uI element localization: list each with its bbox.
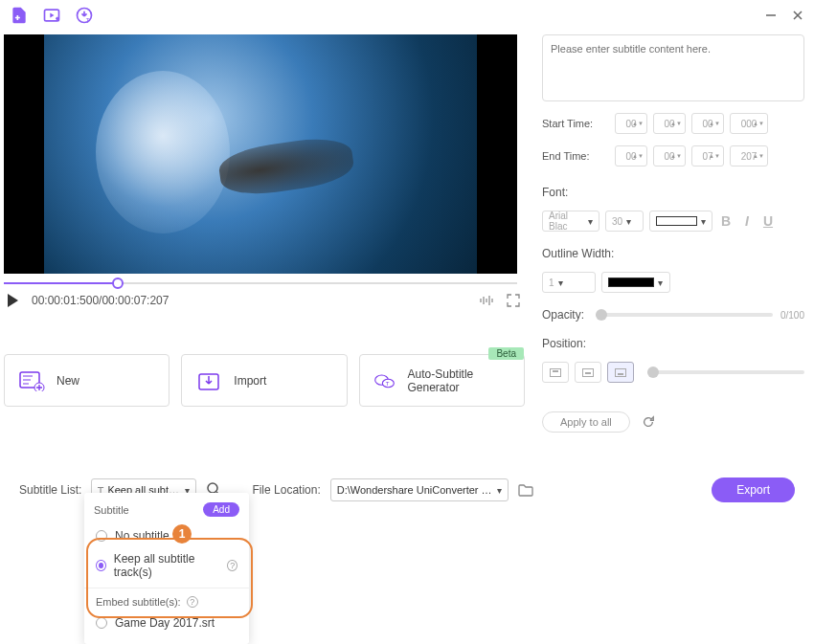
- position-bottom-button[interactable]: [607, 362, 634, 383]
- open-folder-icon[interactable]: [518, 483, 533, 497]
- outline-label: Outline Width:: [542, 247, 804, 260]
- radio-icon: [96, 530, 107, 542]
- font-size-select[interactable]: 30▾: [605, 211, 644, 232]
- svg-text:T: T: [385, 381, 389, 387]
- export-button[interactable]: Export: [712, 477, 795, 502]
- apply-to-all-button[interactable]: Apply to all: [542, 411, 630, 433]
- time-display: 00:00:01:500/00:00:07:207: [32, 294, 169, 307]
- svg-text:T: T: [86, 17, 90, 24]
- opacity-value: 0/100: [780, 310, 804, 321]
- help-icon[interactable]: ?: [187, 596, 198, 608]
- start-hh[interactable]: 00▲▼: [615, 113, 647, 134]
- end-ss[interactable]: 07▲▼: [691, 145, 724, 167]
- end-ms[interactable]: 207▲▼: [730, 145, 768, 167]
- outline-width-select[interactable]: 1▾: [542, 272, 596, 293]
- font-label: Font:: [542, 186, 804, 199]
- embed-file-option[interactable]: Game Day 2017.srt: [84, 611, 249, 634]
- play-button[interactable]: [8, 294, 18, 307]
- subtitle-popup: Subtitle Add No subtitle Keep all subtit…: [84, 493, 249, 644]
- auto-subtitle-label: Auto-Subtitle Generator: [408, 367, 510, 394]
- outline-color-select[interactable]: ▾: [601, 272, 670, 293]
- file-location-select[interactable]: D:\Wondershare UniConverter 13\SubEdte ▾: [330, 478, 509, 501]
- import-label: Import: [234, 374, 266, 388]
- new-subtitle-button[interactable]: New: [4, 354, 170, 407]
- radio-icon: [96, 617, 107, 629]
- refresh-icon[interactable]: [642, 415, 655, 429]
- opacity-label: Opacity:: [542, 308, 588, 322]
- beta-badge: Beta: [488, 347, 524, 360]
- audio-waveform-icon[interactable]: [479, 293, 494, 308]
- position-label: Position:: [542, 337, 804, 350]
- left-column: 00:00:01:500/00:00:07:207 New Import Bet…: [4, 34, 525, 433]
- auto-subtitle-button[interactable]: Beta T Auto-Subtitle Generator: [359, 354, 525, 407]
- auto-subtitle-icon: T: [373, 370, 396, 391]
- no-subtitle-option[interactable]: No subtitle: [84, 524, 249, 547]
- video-preview[interactable]: [4, 34, 517, 274]
- help-icon[interactable]: ?: [227, 560, 237, 571]
- start-ms[interactable]: 000▲▼: [730, 113, 768, 134]
- underline-icon[interactable]: U: [760, 213, 776, 229]
- subtitle-content-input[interactable]: [542, 34, 804, 101]
- italic-icon[interactable]: I: [739, 213, 755, 229]
- svg-point-9: [208, 483, 217, 493]
- close-icon[interactable]: [791, 9, 804, 22]
- font-color-select[interactable]: ▾: [649, 211, 712, 232]
- new-label: New: [57, 374, 79, 388]
- minimize-icon[interactable]: [764, 9, 778, 22]
- end-hh[interactable]: 00▲▼: [615, 145, 647, 167]
- new-icon: [18, 370, 45, 391]
- bold-icon[interactable]: B: [718, 213, 734, 229]
- position-middle-button[interactable]: [575, 362, 601, 383]
- fullscreen-icon[interactable]: [506, 293, 521, 308]
- add-file-icon[interactable]: [10, 6, 29, 25]
- subtitle-list-label: Subtitle List:: [19, 483, 81, 497]
- titlebar: T: [0, 0, 814, 31]
- opacity-slider[interactable]: [596, 313, 773, 317]
- position-top-button[interactable]: [542, 362, 569, 383]
- download-subtitle-icon[interactable]: T: [75, 6, 94, 25]
- keep-all-tracks-option[interactable]: Keep all subtitle track(s) ?: [84, 547, 249, 584]
- position-slider[interactable]: [647, 370, 804, 374]
- start-time-label: Start Time:: [542, 118, 609, 129]
- embed-subtitle-header: Embed subtitle(s): ?: [84, 588, 249, 611]
- start-mm[interactable]: 00▲▼: [653, 113, 686, 134]
- import-subtitle-button[interactable]: Import: [181, 354, 347, 407]
- right-panel: Start Time: 00▲▼ 00▲▼ 00▲▼ 000▲▼ End Tim…: [542, 34, 804, 433]
- end-time-label: End Time:: [542, 150, 609, 162]
- tutorial-step-badge: 1: [172, 524, 192, 544]
- timeline-scrubber[interactable]: [4, 279, 517, 287]
- import-icon: [195, 370, 222, 391]
- add-media-icon[interactable]: [42, 6, 61, 25]
- start-ss[interactable]: 00▲▼: [691, 113, 724, 134]
- file-location-label: File Location:: [252, 483, 320, 497]
- end-mm[interactable]: 00▲▼: [653, 145, 686, 167]
- radio-checked-icon: [96, 560, 106, 571]
- add-subtitle-button[interactable]: Add: [203, 502, 239, 517]
- popup-title: Subtitle: [94, 504, 129, 516]
- font-family-select[interactable]: Arial Blac▾: [542, 211, 599, 232]
